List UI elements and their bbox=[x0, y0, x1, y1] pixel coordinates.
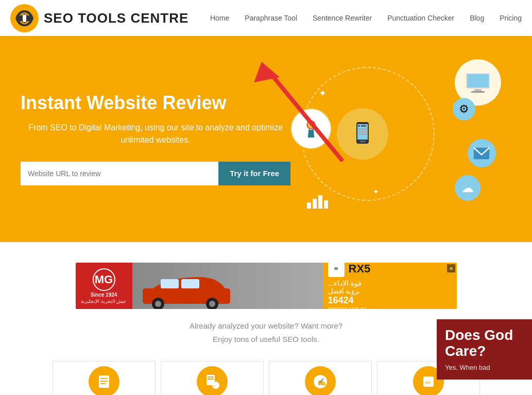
tool-card-icon-2: i bbox=[197, 366, 228, 395]
svg-rect-10 bbox=[358, 131, 367, 132]
ad-banner: MG Since 1924 عيش التجربة الإنجليزية bbox=[76, 263, 457, 309]
ad-mg-logo: MG bbox=[93, 268, 115, 291]
svg-rect-9 bbox=[358, 128, 367, 130]
url-input[interactable] bbox=[21, 162, 218, 185]
car-illustration bbox=[138, 273, 241, 309]
svg-rect-34 bbox=[208, 376, 214, 377]
try-free-button[interactable]: Try it for Free bbox=[218, 162, 290, 185]
svg-rect-32 bbox=[100, 383, 106, 384]
svg-rect-13 bbox=[467, 74, 489, 88]
svg-rect-21 bbox=[324, 200, 328, 209]
hero-subtitle: From SEO to Digital Marketing, using our… bbox=[21, 122, 290, 146]
logo-text: SEO TOOLS CENTRE bbox=[44, 10, 188, 26]
svg-point-16 bbox=[307, 121, 315, 129]
nav-sentence-rewriter[interactable]: Sentence Rewriter bbox=[313, 14, 372, 22]
hero-form: Try it for Free bbox=[21, 162, 290, 185]
hero-illustration: ⚙ ☁ ✦ bbox=[290, 57, 511, 221]
main-nav: Home Paraphrase Tool Sentence Rewriter P… bbox=[210, 14, 522, 22]
nav-home[interactable]: Home bbox=[210, 14, 229, 22]
svg-rect-8 bbox=[361, 125, 366, 127]
svg-rect-24 bbox=[181, 279, 199, 288]
tool-card-icon-3: ✍ bbox=[305, 366, 336, 395]
nav-pricing[interactable]: Pricing bbox=[500, 14, 522, 22]
svg-marker-3 bbox=[254, 62, 280, 82]
tool-card-1[interactable] bbox=[53, 361, 156, 395]
svg-rect-20 bbox=[318, 195, 322, 209]
logo-area: SEO TOOLS CENTRE bbox=[10, 4, 188, 32]
hero-section: Instant Website Review From SEO to Digit… bbox=[0, 36, 532, 242]
sidebar-ad-subtitle: Yes. When bad bbox=[445, 364, 524, 371]
svg-text:i: i bbox=[214, 383, 215, 388]
ad-mg-section: MG Since 1924 عيش التجربة الإنجليزية bbox=[76, 263, 132, 309]
svg-rect-7 bbox=[358, 125, 360, 127]
hero-left: Instant Website Review From SEO to Digit… bbox=[21, 93, 290, 185]
ad-car-section bbox=[132, 263, 323, 309]
ad-arabic1: قوة الاداء... bbox=[328, 279, 362, 287]
svg-rect-18 bbox=[307, 202, 311, 209]
svg-rect-11 bbox=[358, 133, 367, 135]
nav-punctuation-checker[interactable]: Punctuation Checker bbox=[387, 14, 454, 22]
ad-rx5: RX5 bbox=[349, 263, 371, 276]
ad-website: mgmotor.com.eg bbox=[328, 306, 366, 310]
nav-paraphrase[interactable]: Paraphrase Tool bbox=[245, 14, 297, 22]
svg-rect-6 bbox=[359, 141, 366, 142]
svg-rect-30 bbox=[100, 378, 108, 379]
nav-blog[interactable]: Blog bbox=[470, 14, 484, 22]
svg-rect-35 bbox=[208, 379, 214, 380]
svg-rect-19 bbox=[313, 199, 317, 209]
ad-text-section: RX5 M قوة الاداء... برؤية أفضل 16424 mgm… bbox=[323, 263, 457, 309]
svg-text:✏: ✏ bbox=[425, 379, 431, 387]
site-header: SEO TOOLS CENTRE Home Paraphrase Tool Se… bbox=[0, 0, 532, 36]
svg-text:✍: ✍ bbox=[317, 377, 327, 386]
svg-rect-14 bbox=[474, 89, 482, 91]
svg-rect-15 bbox=[471, 91, 485, 93]
svg-rect-23 bbox=[161, 279, 179, 288]
tool-card-3[interactable]: ✍ bbox=[269, 361, 372, 395]
ad-phone: 16424 bbox=[328, 295, 354, 306]
svg-point-26 bbox=[155, 301, 161, 307]
ad-arabic-bottom: عيش التجربة الإنجليزية bbox=[81, 299, 126, 304]
svg-rect-31 bbox=[100, 381, 108, 382]
logo-icon bbox=[10, 4, 39, 32]
sidebar-ad-title: Does God Care? bbox=[445, 328, 524, 359]
ad-close-button[interactable]: ✕ bbox=[447, 264, 455, 272]
tool-card-2[interactable]: i bbox=[161, 361, 264, 395]
svg-rect-1 bbox=[23, 14, 26, 22]
svg-point-28 bbox=[209, 301, 215, 307]
tool-card-icon-1 bbox=[89, 366, 119, 395]
ad-since: Since 1924 bbox=[91, 292, 117, 298]
sidebar-ad: Does God Care? Yes. When bad bbox=[437, 319, 532, 380]
hero-title: Instant Website Review bbox=[21, 93, 290, 113]
ad-arabic2: برؤية أفضل bbox=[328, 287, 361, 295]
